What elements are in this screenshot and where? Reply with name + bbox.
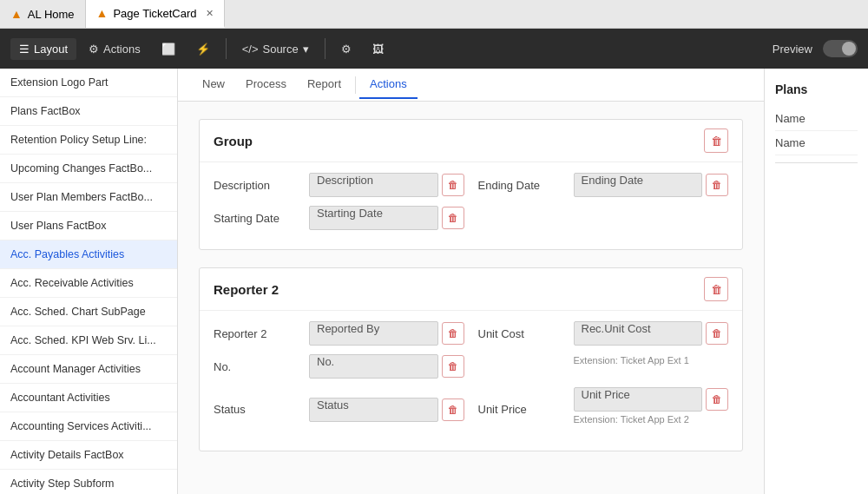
no-delete-button[interactable]: 🗑 xyxy=(442,355,464,378)
status-delete-button[interactable]: 🗑 xyxy=(442,398,464,421)
image-icon: 🖼 xyxy=(372,43,384,56)
copy-icon: ⬜ xyxy=(161,43,175,56)
ext1-pair: Extension: Ticket App Ext 1 xyxy=(478,360,729,372)
endingdate-input[interactable]: Ending Date xyxy=(574,173,703,197)
new-button[interactable]: New xyxy=(192,70,235,99)
right-panel-item-1: Name xyxy=(775,107,858,131)
unitprice-label: Unit Price xyxy=(478,403,565,416)
group-title: Group xyxy=(214,134,253,148)
sidebar-item-activity-step[interactable]: Activity Step Subform xyxy=(0,470,177,494)
unitcost-input-wrap: Rec.Unit Cost 🗑 xyxy=(574,321,729,346)
bolt-button[interactable]: ⚡ xyxy=(187,38,219,60)
image-button[interactable]: 🖼 xyxy=(364,38,392,60)
group-field-row-2: Starting Date Starting Date 🗑 xyxy=(214,206,728,230)
toolbar-separator-1 xyxy=(226,38,227,59)
description-input-wrap: Description 🗑 xyxy=(309,173,464,197)
group-delete-button[interactable]: 🗑 xyxy=(704,128,728,153)
sidebar-item-extension-logo[interactable]: Extension Logo Part xyxy=(0,69,177,97)
ext1-note: Extension: Ticket App Ext 1 xyxy=(574,355,729,366)
process-button[interactable]: Process xyxy=(235,70,297,99)
layout-button[interactable]: ☰ Layout xyxy=(10,38,76,60)
status-label: Status xyxy=(214,403,300,416)
reporter2-field-row-2: No. No. 🗑 Extension: Ticket App Ext 1 xyxy=(214,354,728,379)
sidebar-item-account-manager[interactable]: Account Manager Activities xyxy=(0,355,177,384)
unitcost-delete-button[interactable]: 🗑 xyxy=(706,322,728,345)
group-endingdate-pair: Ending Date Ending Date 🗑 xyxy=(478,173,729,197)
report-button[interactable]: Report xyxy=(297,70,352,99)
no-input[interactable]: No. xyxy=(309,354,438,379)
toolbar: ☰ Layout ⚙ Actions ⬜ ⚡ </> Source ▾ ⚙ 🖼 … xyxy=(0,29,868,69)
endingdate-input-wrap: Ending Date 🗑 xyxy=(574,173,729,197)
source-button[interactable]: </> Source ▾ xyxy=(233,38,318,60)
unitprice-input-wrap: Unit Price 🗑 xyxy=(574,387,729,412)
reporter2-label: Reporter 2 xyxy=(214,327,300,340)
tab-bar: ▲ AL Home ▲ Page TicketCard ✕ xyxy=(0,0,868,29)
reporter2-section-header: Reporter 2 🗑 xyxy=(200,268,742,311)
status-pair: Status Status 🗑 xyxy=(214,398,464,422)
reporter2-input[interactable]: Reported By xyxy=(309,321,438,346)
layout-icon: ☰ xyxy=(19,43,30,56)
sidebar-item-accounting-services[interactable]: Accounting Services Activiti... xyxy=(0,412,177,441)
status-input-wrap: Status 🗑 xyxy=(309,398,464,422)
settings-button[interactable]: ⚙ xyxy=(332,38,360,60)
sidebar-item-acc-payables[interactable]: Acc. Payables Activities xyxy=(0,240,177,269)
sidebar-item-acc-sched-kpi[interactable]: Acc. Sched. KPI Web Srv. Li... xyxy=(0,326,177,355)
preview-label: Preview xyxy=(773,43,812,56)
startingdate-input[interactable]: Starting Date xyxy=(309,206,438,230)
preview-toggle[interactable] xyxy=(823,40,858,57)
sub-toolbar: New Process Report Actions xyxy=(178,69,764,102)
tab-page-ticketcard[interactable]: ▲ Page TicketCard ✕ xyxy=(86,0,225,28)
sidebar-item-plans-factbox[interactable]: Plans FactBox xyxy=(0,97,177,126)
sidebar-item-acc-receivable[interactable]: Acc. Receivable Activities xyxy=(0,269,177,298)
tab-al-home[interactable]: ▲ AL Home xyxy=(0,0,86,28)
sidebar-item-user-plan-members[interactable]: User Plan Members FactBo... xyxy=(0,183,177,212)
no-input-wrap: No. 🗑 xyxy=(309,354,464,379)
settings-icon: ⚙ xyxy=(341,43,352,56)
actions-sub-button[interactable]: Actions xyxy=(359,70,418,99)
reporter2-input-wrap: Reported By 🗑 xyxy=(309,321,464,346)
main-layout: Extension Logo Part Plans FactBox Retent… xyxy=(0,69,868,494)
sidebar-item-upcoming-changes[interactable]: Upcoming Changes FactBo... xyxy=(0,155,177,183)
group-section-body: Description Description 🗑 Ending Date En… xyxy=(200,162,742,249)
right-panel-item-2: Name xyxy=(775,131,858,155)
group-section-header: Group 🗑 xyxy=(200,120,742,162)
sidebar-item-user-plans-factbox[interactable]: User Plans FactBox xyxy=(0,212,177,240)
copy-button[interactable]: ⬜ xyxy=(153,38,184,60)
reporter2-reporter-pair: Reporter 2 Reported By 🗑 xyxy=(214,321,464,346)
source-dropdown-icon: ▾ xyxy=(303,43,309,56)
bolt-icon: ⚡ xyxy=(196,43,210,56)
toolbar-separator-2 xyxy=(325,38,326,59)
description-input[interactable]: Description xyxy=(309,173,438,197)
description-delete-button[interactable]: 🗑 xyxy=(442,174,464,196)
layout-label: Layout xyxy=(34,43,68,56)
endingdate-delete-button[interactable]: 🗑 xyxy=(706,174,728,196)
sidebar-item-activity-details[interactable]: Activity Details FactBox xyxy=(0,441,177,470)
ext2-note: Extension: Ticket App Ext 2 xyxy=(574,414,729,425)
sub-toolbar-divider xyxy=(355,76,356,94)
sidebar-item-retention-policy[interactable]: Retention Policy Setup Line: xyxy=(0,126,177,155)
tab-page-ticketcard-label: Page TicketCard xyxy=(113,7,196,20)
reporter2-title: Reporter 2 xyxy=(214,282,279,297)
reporter2-section-body: Reporter 2 Reported By 🗑 Unit Cost Rec.U… xyxy=(200,311,742,451)
right-panel-title: Plans xyxy=(775,82,858,96)
unitprice-input[interactable]: Unit Price xyxy=(574,387,703,412)
group-description-pair: Description Description 🗑 xyxy=(214,173,464,197)
unitprice-pair: Unit Price Unit Price 🗑 Extension: Ticke… xyxy=(478,387,729,431)
unitcost-label: Unit Cost xyxy=(478,327,565,340)
content-area: New Process Report Actions Group 🗑 Descr… xyxy=(178,69,764,494)
unitprice-delete-button[interactable]: 🗑 xyxy=(706,388,728,411)
status-input[interactable]: Status xyxy=(309,398,438,422)
reporter2-delete-button[interactable]: 🗑 xyxy=(704,277,728,301)
actions-button[interactable]: ⚙ Actions xyxy=(80,38,149,60)
sidebar-item-acc-sched-chart[interactable]: Acc. Sched. Chart SubPage xyxy=(0,298,177,326)
actions-toolbar-icon: ⚙ xyxy=(89,43,99,56)
startingdate-delete-button[interactable]: 🗑 xyxy=(442,207,464,229)
unitcost-input[interactable]: Rec.Unit Cost xyxy=(574,321,703,346)
reporter2-field-delete-button[interactable]: 🗑 xyxy=(442,322,464,345)
close-tab-button[interactable]: ✕ xyxy=(206,8,214,19)
no-pair: No. No. 🗑 xyxy=(214,354,464,379)
sidebar-item-accountant[interactable]: Accountant Activities xyxy=(0,384,177,412)
reporter2-section: Reporter 2 🗑 Reporter 2 Reported By 🗑 xyxy=(199,267,743,451)
group-startingdate-pair: Starting Date Starting Date 🗑 xyxy=(214,206,464,230)
al-home-icon: ▲ xyxy=(10,7,23,21)
